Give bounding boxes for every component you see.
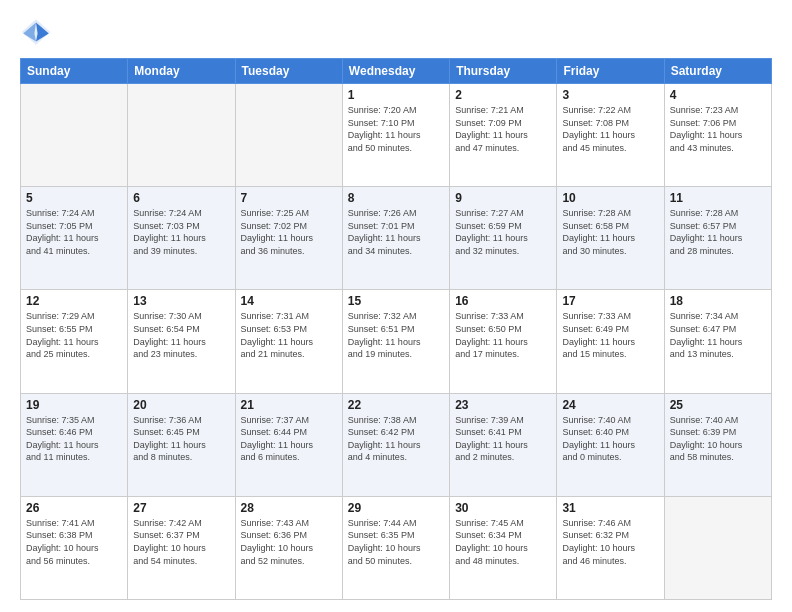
calendar-cell: 30Sunrise: 7:45 AM Sunset: 6:34 PM Dayli… bbox=[450, 496, 557, 599]
day-info: Sunrise: 7:46 AM Sunset: 6:32 PM Dayligh… bbox=[562, 517, 658, 567]
calendar-cell: 13Sunrise: 7:30 AM Sunset: 6:54 PM Dayli… bbox=[128, 290, 235, 393]
day-number: 10 bbox=[562, 191, 658, 205]
day-number: 9 bbox=[455, 191, 551, 205]
day-number: 1 bbox=[348, 88, 444, 102]
calendar-cell: 21Sunrise: 7:37 AM Sunset: 6:44 PM Dayli… bbox=[235, 393, 342, 496]
col-header-sunday: Sunday bbox=[21, 59, 128, 84]
header bbox=[20, 16, 772, 48]
day-number: 11 bbox=[670, 191, 766, 205]
day-info: Sunrise: 7:44 AM Sunset: 6:35 PM Dayligh… bbox=[348, 517, 444, 567]
calendar-cell: 20Sunrise: 7:36 AM Sunset: 6:45 PM Dayli… bbox=[128, 393, 235, 496]
day-number: 4 bbox=[670, 88, 766, 102]
calendar-cell: 11Sunrise: 7:28 AM Sunset: 6:57 PM Dayli… bbox=[664, 187, 771, 290]
calendar-week-0: 1Sunrise: 7:20 AM Sunset: 7:10 PM Daylig… bbox=[21, 84, 772, 187]
day-info: Sunrise: 7:21 AM Sunset: 7:09 PM Dayligh… bbox=[455, 104, 551, 154]
day-info: Sunrise: 7:39 AM Sunset: 6:41 PM Dayligh… bbox=[455, 414, 551, 464]
calendar-cell: 23Sunrise: 7:39 AM Sunset: 6:41 PM Dayli… bbox=[450, 393, 557, 496]
day-info: Sunrise: 7:31 AM Sunset: 6:53 PM Dayligh… bbox=[241, 310, 337, 360]
day-number: 12 bbox=[26, 294, 122, 308]
day-number: 13 bbox=[133, 294, 229, 308]
calendar-cell: 7Sunrise: 7:25 AM Sunset: 7:02 PM Daylig… bbox=[235, 187, 342, 290]
calendar-week-1: 5Sunrise: 7:24 AM Sunset: 7:05 PM Daylig… bbox=[21, 187, 772, 290]
day-info: Sunrise: 7:27 AM Sunset: 6:59 PM Dayligh… bbox=[455, 207, 551, 257]
day-info: Sunrise: 7:45 AM Sunset: 6:34 PM Dayligh… bbox=[455, 517, 551, 567]
day-number: 17 bbox=[562, 294, 658, 308]
col-header-friday: Friday bbox=[557, 59, 664, 84]
day-info: Sunrise: 7:40 AM Sunset: 6:40 PM Dayligh… bbox=[562, 414, 658, 464]
col-header-monday: Monday bbox=[128, 59, 235, 84]
calendar-cell: 4Sunrise: 7:23 AM Sunset: 7:06 PM Daylig… bbox=[664, 84, 771, 187]
day-number: 20 bbox=[133, 398, 229, 412]
calendar-cell: 19Sunrise: 7:35 AM Sunset: 6:46 PM Dayli… bbox=[21, 393, 128, 496]
day-info: Sunrise: 7:34 AM Sunset: 6:47 PM Dayligh… bbox=[670, 310, 766, 360]
calendar-cell bbox=[235, 84, 342, 187]
calendar-cell: 18Sunrise: 7:34 AM Sunset: 6:47 PM Dayli… bbox=[664, 290, 771, 393]
calendar-cell bbox=[21, 84, 128, 187]
day-info: Sunrise: 7:42 AM Sunset: 6:37 PM Dayligh… bbox=[133, 517, 229, 567]
day-info: Sunrise: 7:28 AM Sunset: 6:58 PM Dayligh… bbox=[562, 207, 658, 257]
calendar-cell: 5Sunrise: 7:24 AM Sunset: 7:05 PM Daylig… bbox=[21, 187, 128, 290]
calendar-cell: 6Sunrise: 7:24 AM Sunset: 7:03 PM Daylig… bbox=[128, 187, 235, 290]
day-number: 28 bbox=[241, 501, 337, 515]
day-info: Sunrise: 7:33 AM Sunset: 6:50 PM Dayligh… bbox=[455, 310, 551, 360]
calendar-cell bbox=[128, 84, 235, 187]
calendar-cell: 9Sunrise: 7:27 AM Sunset: 6:59 PM Daylig… bbox=[450, 187, 557, 290]
day-info: Sunrise: 7:32 AM Sunset: 6:51 PM Dayligh… bbox=[348, 310, 444, 360]
day-info: Sunrise: 7:26 AM Sunset: 7:01 PM Dayligh… bbox=[348, 207, 444, 257]
day-number: 8 bbox=[348, 191, 444, 205]
day-number: 18 bbox=[670, 294, 766, 308]
calendar-table: SundayMondayTuesdayWednesdayThursdayFrid… bbox=[20, 58, 772, 600]
calendar-cell: 26Sunrise: 7:41 AM Sunset: 6:38 PM Dayli… bbox=[21, 496, 128, 599]
calendar-cell: 25Sunrise: 7:40 AM Sunset: 6:39 PM Dayli… bbox=[664, 393, 771, 496]
calendar-cell: 2Sunrise: 7:21 AM Sunset: 7:09 PM Daylig… bbox=[450, 84, 557, 187]
calendar-cell: 27Sunrise: 7:42 AM Sunset: 6:37 PM Dayli… bbox=[128, 496, 235, 599]
day-info: Sunrise: 7:40 AM Sunset: 6:39 PM Dayligh… bbox=[670, 414, 766, 464]
day-number: 2 bbox=[455, 88, 551, 102]
logo-icon bbox=[20, 16, 52, 48]
calendar-cell: 3Sunrise: 7:22 AM Sunset: 7:08 PM Daylig… bbox=[557, 84, 664, 187]
day-info: Sunrise: 7:23 AM Sunset: 7:06 PM Dayligh… bbox=[670, 104, 766, 154]
day-number: 24 bbox=[562, 398, 658, 412]
col-header-wednesday: Wednesday bbox=[342, 59, 449, 84]
day-number: 29 bbox=[348, 501, 444, 515]
day-number: 16 bbox=[455, 294, 551, 308]
day-info: Sunrise: 7:43 AM Sunset: 6:36 PM Dayligh… bbox=[241, 517, 337, 567]
calendar-week-3: 19Sunrise: 7:35 AM Sunset: 6:46 PM Dayli… bbox=[21, 393, 772, 496]
calendar-week-4: 26Sunrise: 7:41 AM Sunset: 6:38 PM Dayli… bbox=[21, 496, 772, 599]
day-number: 3 bbox=[562, 88, 658, 102]
calendar-cell: 17Sunrise: 7:33 AM Sunset: 6:49 PM Dayli… bbox=[557, 290, 664, 393]
header-row: SundayMondayTuesdayWednesdayThursdayFrid… bbox=[21, 59, 772, 84]
calendar-cell: 16Sunrise: 7:33 AM Sunset: 6:50 PM Dayli… bbox=[450, 290, 557, 393]
day-info: Sunrise: 7:37 AM Sunset: 6:44 PM Dayligh… bbox=[241, 414, 337, 464]
calendar-cell: 1Sunrise: 7:20 AM Sunset: 7:10 PM Daylig… bbox=[342, 84, 449, 187]
day-number: 22 bbox=[348, 398, 444, 412]
day-number: 23 bbox=[455, 398, 551, 412]
day-number: 15 bbox=[348, 294, 444, 308]
col-header-tuesday: Tuesday bbox=[235, 59, 342, 84]
calendar-cell: 31Sunrise: 7:46 AM Sunset: 6:32 PM Dayli… bbox=[557, 496, 664, 599]
day-number: 26 bbox=[26, 501, 122, 515]
day-number: 6 bbox=[133, 191, 229, 205]
calendar-week-2: 12Sunrise: 7:29 AM Sunset: 6:55 PM Dayli… bbox=[21, 290, 772, 393]
calendar-cell: 10Sunrise: 7:28 AM Sunset: 6:58 PM Dayli… bbox=[557, 187, 664, 290]
calendar-cell: 24Sunrise: 7:40 AM Sunset: 6:40 PM Dayli… bbox=[557, 393, 664, 496]
day-number: 5 bbox=[26, 191, 122, 205]
calendar-cell: 14Sunrise: 7:31 AM Sunset: 6:53 PM Dayli… bbox=[235, 290, 342, 393]
day-number: 27 bbox=[133, 501, 229, 515]
day-number: 7 bbox=[241, 191, 337, 205]
calendar-cell: 8Sunrise: 7:26 AM Sunset: 7:01 PM Daylig… bbox=[342, 187, 449, 290]
day-info: Sunrise: 7:41 AM Sunset: 6:38 PM Dayligh… bbox=[26, 517, 122, 567]
day-number: 25 bbox=[670, 398, 766, 412]
day-info: Sunrise: 7:25 AM Sunset: 7:02 PM Dayligh… bbox=[241, 207, 337, 257]
day-info: Sunrise: 7:20 AM Sunset: 7:10 PM Dayligh… bbox=[348, 104, 444, 154]
day-number: 31 bbox=[562, 501, 658, 515]
day-info: Sunrise: 7:36 AM Sunset: 6:45 PM Dayligh… bbox=[133, 414, 229, 464]
day-info: Sunrise: 7:30 AM Sunset: 6:54 PM Dayligh… bbox=[133, 310, 229, 360]
day-info: Sunrise: 7:24 AM Sunset: 7:03 PM Dayligh… bbox=[133, 207, 229, 257]
day-number: 21 bbox=[241, 398, 337, 412]
day-info: Sunrise: 7:22 AM Sunset: 7:08 PM Dayligh… bbox=[562, 104, 658, 154]
calendar-cell: 22Sunrise: 7:38 AM Sunset: 6:42 PM Dayli… bbox=[342, 393, 449, 496]
day-info: Sunrise: 7:35 AM Sunset: 6:46 PM Dayligh… bbox=[26, 414, 122, 464]
day-info: Sunrise: 7:33 AM Sunset: 6:49 PM Dayligh… bbox=[562, 310, 658, 360]
calendar-cell: 12Sunrise: 7:29 AM Sunset: 6:55 PM Dayli… bbox=[21, 290, 128, 393]
